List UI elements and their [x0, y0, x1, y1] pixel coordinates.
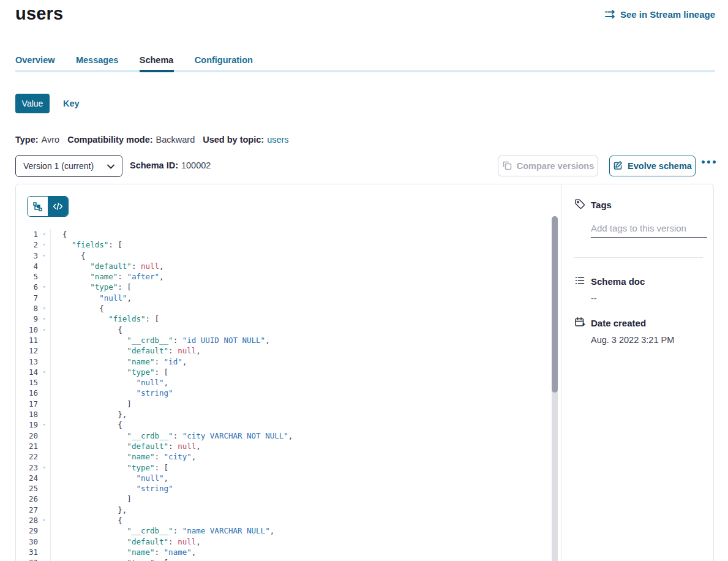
code-text: "default": null,	[51, 261, 164, 271]
code-line: 22 "name": "city",	[16, 451, 552, 462]
code-line: 1▾{	[16, 229, 552, 239]
code-text: "null",	[51, 293, 132, 303]
editor-scrollbar-thumb[interactable]	[552, 216, 558, 393]
line-number: 23	[16, 462, 38, 473]
code-line: 10▾ {	[16, 325, 552, 335]
fold-toggle-icon[interactable]: ▾	[38, 557, 51, 561]
value-toggle-button[interactable]: Value	[15, 94, 50, 113]
code-line: 13 "name": "id",	[16, 356, 552, 367]
code-line: 20 "__crdb__": "city VARCHAR NOT NULL",	[16, 431, 552, 441]
see-in-stream-lineage-link[interactable]: See in Stream lineage	[605, 9, 715, 20]
calendar-icon	[574, 317, 585, 329]
code-text: {	[51, 515, 122, 525]
code-text: "default": null,	[51, 537, 201, 547]
more-options-button[interactable]	[702, 160, 716, 164]
date-created-title: Date created	[591, 318, 646, 328]
code-text: "string"	[51, 483, 173, 494]
line-number: 2	[16, 239, 38, 250]
compare-versions-label: Compare versions	[517, 161, 595, 171]
editor-view-toggle	[27, 196, 69, 217]
code-editor-lines[interactable]: 1▾{2▾ "fields": [3▾ {4 "default": null,5…	[16, 229, 552, 561]
fold-spacer	[38, 409, 51, 420]
editor-scrollbar-track[interactable]	[552, 216, 558, 561]
tab-underline-track	[15, 70, 715, 72]
fold-spacer	[38, 473, 51, 483]
code-line: 17 ]	[16, 399, 552, 409]
used-by-topic-label: Used by topic:	[203, 135, 264, 145]
code-text: {	[51, 229, 67, 239]
line-number: 27	[16, 505, 38, 515]
fold-toggle-icon[interactable]: ▾	[38, 325, 51, 335]
key-toggle-link[interactable]: Key	[63, 99, 80, 108]
code-line: 29 "__crdb__": "name VARCHAR NULL",	[16, 525, 552, 536]
code-text: },	[51, 409, 127, 420]
fold-toggle-icon[interactable]: ▾	[38, 420, 51, 430]
line-number: 4	[16, 261, 38, 271]
chevron-down-icon	[107, 161, 114, 171]
topic-link[interactable]: users	[267, 135, 288, 145]
schema-doc-section: Schema doc --	[574, 275, 703, 303]
code-line: 30 "default": null,	[16, 537, 552, 547]
fold-spacer	[38, 388, 51, 398]
tags-input[interactable]	[591, 222, 707, 238]
code-text: "fields": [	[51, 239, 122, 250]
line-number: 30	[16, 537, 38, 547]
code-line: 11 "__crdb__": "id UUID NOT NULL",	[16, 335, 552, 345]
fold-toggle-icon[interactable]: ▾	[38, 282, 51, 292]
code-text: "type": [	[51, 462, 168, 473]
schema-sidebar: Tags Schema doc --	[562, 184, 714, 561]
fold-toggle-icon[interactable]: ▾	[38, 314, 51, 324]
code-view-icon[interactable]	[48, 197, 68, 216]
tab-overview[interactable]: Overview	[15, 55, 55, 65]
code-line: 31 "name": "name",	[16, 547, 552, 557]
code-text: "fields": [	[51, 314, 159, 324]
tags-title: Tags	[591, 200, 612, 210]
line-number: 26	[16, 494, 38, 504]
fold-toggle-icon[interactable]: ▾	[38, 515, 51, 525]
code-line: 23▾ "type": [	[16, 462, 552, 473]
code-text: {	[51, 420, 122, 430]
code-text: },	[51, 505, 127, 515]
code-line: 7 "null",	[16, 293, 552, 303]
line-number: 18	[16, 409, 38, 420]
page-title: users	[15, 4, 63, 24]
code-text: "default": null,	[51, 345, 201, 356]
code-text: "name": "name",	[51, 547, 196, 557]
line-number: 14	[16, 367, 38, 377]
schema-id-label: Schema ID:	[130, 160, 178, 170]
fold-spacer	[38, 537, 51, 547]
schema-doc-value: --	[591, 293, 703, 303]
code-line: 4 "default": null,	[16, 261, 552, 271]
fold-spacer	[38, 335, 51, 345]
code-line: 28▾ {	[16, 515, 552, 525]
version-select[interactable]: Version 1 (current)	[15, 155, 122, 177]
tree-view-icon[interactable]	[28, 197, 48, 216]
evolve-schema-button[interactable]: Evolve schema	[609, 156, 696, 176]
fold-toggle-icon[interactable]: ▾	[38, 250, 51, 261]
fold-toggle-icon[interactable]: ▾	[38, 367, 51, 377]
code-line: 9▾ "fields": [	[16, 314, 552, 324]
evolve-schema-label: Evolve schema	[628, 161, 692, 171]
code-line: 14▾ "type": [	[16, 367, 552, 377]
fold-toggle-icon[interactable]: ▾	[38, 229, 51, 239]
fold-toggle-icon[interactable]: ▾	[38, 462, 51, 473]
fold-toggle-icon[interactable]: ▾	[38, 239, 51, 250]
code-text: {	[51, 303, 104, 314]
active-tab-indicator	[140, 70, 174, 72]
code-text: "type": [	[51, 557, 168, 561]
tab-messages[interactable]: Messages	[76, 55, 118, 65]
fold-toggle-icon[interactable]: ▾	[38, 303, 51, 314]
tag-icon	[574, 198, 585, 211]
code-text: {	[51, 250, 86, 261]
line-number: 31	[16, 547, 38, 557]
code-line: 2▾ "fields": [	[16, 239, 552, 250]
line-number: 13	[16, 356, 38, 367]
fold-spacer	[38, 525, 51, 536]
tab-schema[interactable]: Schema	[140, 55, 174, 65]
tab-configuration[interactable]: Configuration	[195, 55, 253, 65]
tags-section: Tags	[574, 198, 703, 238]
compare-versions-button[interactable]: Compare versions	[498, 156, 598, 176]
date-created-section: Date created Aug. 3 2022 3:21 PM	[574, 317, 703, 345]
version-selected-value: Version 1 (current)	[23, 161, 94, 171]
code-text: "type": [	[51, 367, 168, 377]
